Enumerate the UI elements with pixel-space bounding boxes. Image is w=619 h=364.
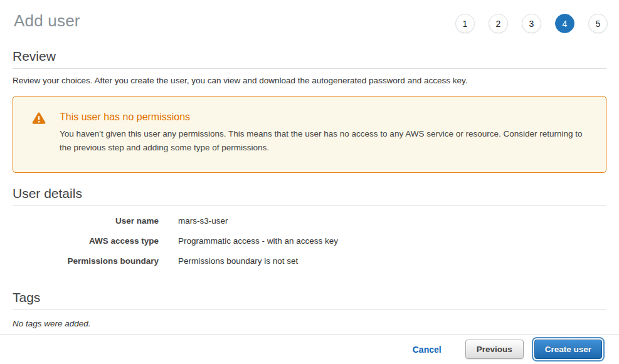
step-5-indicator[interactable]: 5 — [588, 14, 608, 33]
step-3-indicator[interactable]: 3 — [522, 14, 541, 33]
access-type-value: Programmatic access - with an access key — [178, 236, 338, 246]
add-user-wizard-page: Add user 1 2 3 4 5 Review Review your ch… — [0, 0, 619, 364]
wizard-header: Add user 1 2 3 4 5 — [0, 0, 619, 33]
user-name-label: User name — [13, 216, 159, 226]
wizard-step-indicator: 1 2 3 4 5 — [455, 14, 608, 33]
previous-button[interactable]: Previous — [465, 340, 524, 359]
review-section: Review Review your choices. After you cr… — [13, 49, 606, 85]
step-4-indicator[interactable]: 4 — [555, 14, 574, 33]
warning-triangle-icon — [32, 112, 46, 125]
section-divider — [13, 309, 606, 310]
permissions-boundary-label: Permissions boundary — [13, 256, 159, 266]
table-row-user-name: User name mars-s3-user — [13, 216, 606, 226]
tags-empty-message: No tags were added. — [13, 319, 606, 328]
create-user-button[interactable]: Create user — [534, 340, 602, 359]
access-type-label: AWS access type — [13, 236, 159, 246]
section-divider — [13, 205, 606, 206]
warning-body: You haven't given this user any permissi… — [60, 127, 587, 155]
section-divider — [13, 68, 606, 69]
warning-title: This user has no permissions — [60, 112, 587, 123]
wizard-footer: Cancel Previous Create user — [0, 334, 619, 364]
no-permissions-warning: This user has no permissions You haven't… — [13, 96, 606, 173]
warning-text: This user has no permissions You haven't… — [60, 112, 587, 155]
table-row-permissions-boundary: Permissions boundary Permissions boundar… — [13, 256, 606, 266]
page-title: Add user — [14, 11, 80, 31]
tags-heading: Tags — [13, 290, 606, 305]
user-name-value: mars-s3-user — [178, 216, 228, 226]
cancel-button[interactable]: Cancel — [413, 345, 442, 355]
step-2-indicator[interactable]: 2 — [489, 14, 508, 33]
wizard-content: Review Review your choices. After you cr… — [0, 49, 619, 328]
table-row-access-type: AWS access type Programmatic access - wi… — [13, 236, 606, 246]
review-heading: Review — [13, 49, 606, 64]
review-description: Review your choices. After you create th… — [13, 76, 606, 85]
step-1-indicator[interactable]: 1 — [455, 14, 475, 33]
user-details-heading: User details — [13, 186, 606, 201]
permissions-boundary-value: Permissions boundary is not set — [178, 256, 298, 266]
user-details-table: User name mars-s3-user AWS access type P… — [13, 216, 606, 266]
tags-section: Tags No tags were added. — [13, 290, 606, 328]
user-details-section: User details User name mars-s3-user AWS … — [13, 186, 606, 266]
